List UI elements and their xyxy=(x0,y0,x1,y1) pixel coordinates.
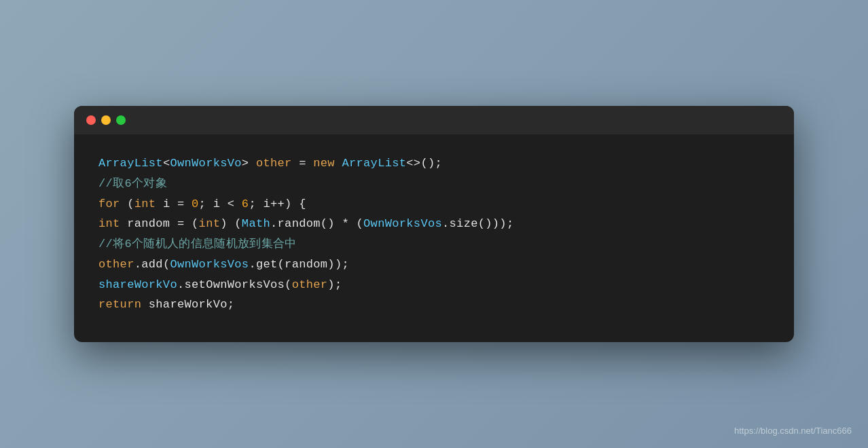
code-line-5: //将6个随机人的信息随机放到集合中 xyxy=(98,234,770,255)
code-line-6: other.add(OwnWorksVos.get(random)); xyxy=(98,255,770,275)
code-window: ArrayList<OwnWorksVo> other = new ArrayL… xyxy=(74,106,794,342)
code-line-4: int random = (int) (Math.random() * (Own… xyxy=(98,214,770,234)
code-body: ArrayList<OwnWorksVo> other = new ArrayL… xyxy=(74,134,794,342)
maximize-button-dot[interactable] xyxy=(116,115,126,125)
minimize-button-dot[interactable] xyxy=(101,115,111,125)
code-line-3: for (int i = 0; i < 6; i++) { xyxy=(98,194,770,214)
title-bar xyxy=(74,106,794,134)
code-line-8: return shareWorkVo; xyxy=(98,295,770,315)
code-line-7: shareWorkVo.setOwnWorksVos(other); xyxy=(98,275,770,295)
code-line-1: ArrayList<OwnWorksVo> other = new ArrayL… xyxy=(98,153,770,174)
code-line-2: //取6个对象 xyxy=(98,174,770,194)
close-button-dot[interactable] xyxy=(86,115,96,125)
watermark: https://blog.csdn.net/Tianc666 xyxy=(734,426,852,436)
